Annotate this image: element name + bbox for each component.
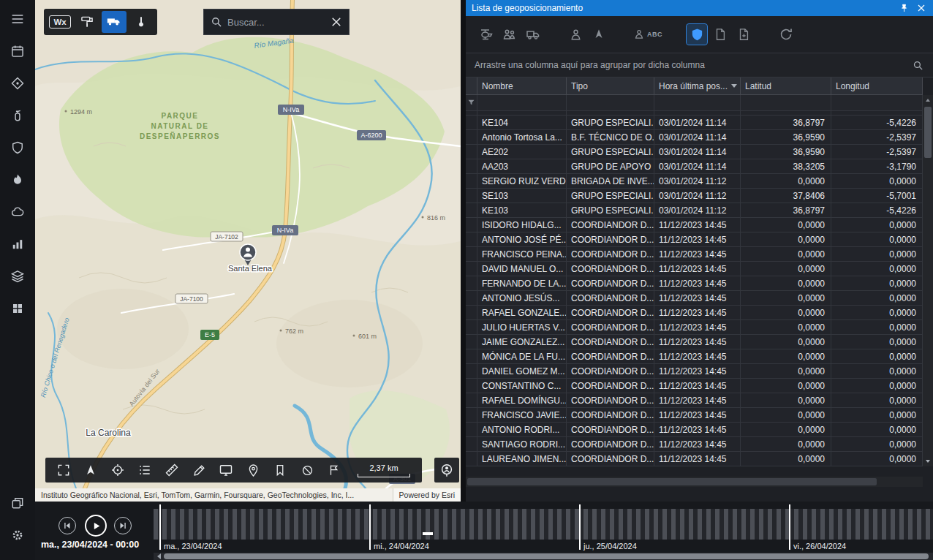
table-search-button[interactable] [912,59,924,72]
weather-button[interactable]: Wx [48,11,72,33]
clear-search-icon[interactable] [330,15,343,29]
table-row[interactable]: KE104 GRUPO ESPECIALI... 03/01/2024 11:1… [466,116,923,130]
sidebar-item-statistics[interactable] [4,231,31,257]
settings-button[interactable] [4,522,31,548]
sidebar-item-incidents[interactable] [4,70,31,97]
horizontal-scroll-thumb[interactable] [467,478,877,485]
vertical-scroll-thumb[interactable] [924,107,932,158]
filter-crews-button[interactable] [499,24,520,45]
draw-button[interactable] [186,459,211,481]
column-header-tipo[interactable]: Tipo [567,77,654,94]
filter-aircraft-button[interactable] [476,24,496,45]
table-horizontal-scrollbar[interactable] [466,477,923,487]
compass-button[interactable] [78,459,103,481]
filter-vehicles-button[interactable] [523,24,543,45]
filter-input-tipo[interactable] [567,95,654,110]
legend-list-button[interactable] [132,459,157,481]
svg-text:JA-7100: JA-7100 [180,295,203,303]
sidebar-item-layers[interactable] [4,263,31,290]
restriction-button[interactable] [295,459,320,481]
table-row[interactable]: ISIDORO HIDALG... COORDIANDOR D... 11/12… [466,218,923,232]
shield-filter-button[interactable] [687,24,707,45]
column-header-longitud[interactable]: Longitud [831,77,923,94]
table-row[interactable]: AA203 GRUPO DE APOYO 03/01/2024 11:14 38… [466,159,923,174]
paint-tool-button[interactable] [75,11,99,33]
table-vertical-scrollbar[interactable] [923,95,933,466]
sidebar-item-security[interactable] [4,135,31,161]
table-row[interactable]: DANIEL GOMEZ M... COORDIANDOR D... 11/12… [466,364,923,379]
export-file-button[interactable] [710,24,730,45]
timeline-scroll-left-arrow[interactable] [155,553,162,559]
table-row[interactable]: ANTONIO RODRI... COORDIANDOR D... 11/12/… [466,423,923,437]
column-header-nombre[interactable]: Nombre [477,77,567,94]
column-header-hora[interactable]: Hora última pos... [654,77,741,94]
table-row[interactable]: RAFAEL DOMÍNGU... COORDIANDOR D... 11/12… [466,393,923,408]
table-row[interactable]: ANTONIO JOSÉ PÉ... COORDIANDOR D... 11/1… [466,232,923,247]
center-target-button[interactable] [105,459,130,481]
table-row[interactable]: JULIO HUERTAS V... COORDIANDOR D... 11/1… [466,320,923,335]
track-person-button[interactable] [434,458,459,483]
add-pin-button[interactable] [241,459,265,481]
pin-panel-button[interactable] [898,2,910,14]
timeline-position-marker[interactable] [423,532,433,535]
close-panel-button[interactable] [915,2,927,14]
cell-nombre: SE103 [477,189,567,203]
bookmarks-button[interactable] [268,459,292,481]
table-row[interactable]: FRANCISCO PEINA... COORDIANDOR D... 11/1… [466,247,923,262]
table-row[interactable]: CONSTANTINO C... COORDIANDOR D... 11/12/… [466,379,923,393]
refresh-button[interactable] [776,24,796,45]
cell-latitud: 36,9590 [741,130,831,144]
sidebar-item-calendar[interactable] [4,38,31,64]
table-row[interactable]: JAIME GONZALEZ... COORDIANDOR D... 11/12… [466,335,923,349]
table-row[interactable]: FERNANDO DE LA... COORDIANDOR D... 11/12… [466,276,923,291]
show-labels-button[interactable]: ABC [631,24,665,45]
share-screen-button[interactable] [214,459,238,481]
table-row[interactable]: SERGIO RUIZ VERDÚ BRIGADA DE INVE... 03/… [466,174,923,189]
panel-title-bar[interactable]: Lista de geoposicionamiento [466,0,933,16]
filter-personnel-button[interactable] [565,24,586,45]
play-button[interactable] [85,515,107,537]
table-row[interactable]: DAVID MANUEL O... COORDIANDOR D... 11/12… [466,262,923,276]
export-report-button[interactable] [733,24,754,45]
measure-button[interactable] [159,459,184,481]
table-row[interactable]: SE103 GRUPO ESPECIALI... 03/01/2024 11:1… [466,189,923,203]
skip-back-button[interactable] [58,517,76,534]
table-row[interactable]: RAFAEL GONZALE... COORDIANDOR D... 11/12… [466,306,923,320]
group-by-bar[interactable]: Arrastre una columna aquí para agrupar p… [466,53,933,77]
filter-input-hora[interactable] [654,95,741,110]
timeline-scroll-thumb[interactable] [164,553,929,559]
timeline-ticks[interactable] [154,509,933,540]
scroll-down-arrow[interactable] [923,456,933,466]
table-row[interactable]: AE202 GRUPO ESPECIALI... 03/01/2024 11:1… [466,145,923,159]
search-input[interactable] [227,17,325,28]
map-canvas[interactable]: N-IVa N-IVa A-6200 JA-7102 JA-7100 E-5 [35,0,461,488]
menu-button[interactable] [4,6,31,32]
fullscreen-button[interactable] [51,459,76,481]
go-to-position-button[interactable] [589,24,609,45]
column-header-latitud[interactable]: Latitud [741,77,831,94]
table-row[interactable]: Antonio Tortosa La... B.F. TÉCNICO DE O.… [466,130,923,145]
temperature-button[interactable] [129,11,154,33]
filter-input-latitud[interactable] [741,95,831,110]
flag-button[interactable] [322,459,347,481]
timeline-scrollbar[interactable] [154,553,933,560]
table-row[interactable]: KE103 GRUPO ESPECIALI... 03/01/2024 11:1… [466,203,923,218]
filter-input-longitud[interactable] [831,95,923,110]
filter-row-indicator[interactable] [466,95,477,110]
powered-by-esri[interactable]: Powered by Esri [393,488,461,502]
sidebar-item-fires[interactable] [4,167,31,193]
table-row[interactable]: FRANCISCO JAVIE... COORDIANDOR D... 11/1… [466,408,923,423]
timeline-ruler[interactable]: ma., 23/04/2024 mi., 24/04/2024 ju., 25/… [154,502,933,560]
scroll-up-arrow[interactable] [923,95,933,105]
sidebar-item-resources[interactable] [4,102,31,129]
windows-restore-button[interactable] [4,490,31,516]
table-row[interactable]: ANTONIO JESÚS... COORDIANDOR D... 11/12/… [466,291,923,306]
sidebar-item-apps[interactable] [4,295,31,322]
table-row[interactable]: SANTIAGO RODRI... COORDIANDOR D... 11/12… [466,437,923,452]
vehicles-layer-button[interactable] [102,11,126,33]
filter-input-nombre[interactable] [477,95,567,110]
skip-forward-button[interactable] [114,517,132,534]
sidebar-item-media[interactable] [4,199,31,225]
table-row[interactable]: MÓNICA DE LA FU... COORDIANDOR D... 11/1… [466,349,923,364]
table-row[interactable]: LAUREANO JIMEN... COORDIANDOR D... 11/12… [466,452,923,466]
